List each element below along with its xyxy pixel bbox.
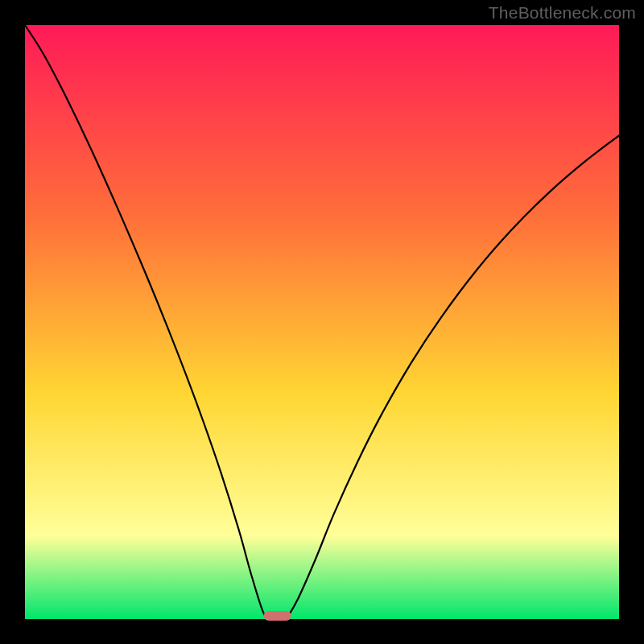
chart-frame: TheBottleneck.com	[0, 0, 644, 644]
bottleneck-chart	[0, 0, 644, 644]
plot-background	[25, 25, 619, 619]
watermark-text: TheBottleneck.com	[489, 3, 636, 23]
minimum-marker	[264, 611, 291, 621]
